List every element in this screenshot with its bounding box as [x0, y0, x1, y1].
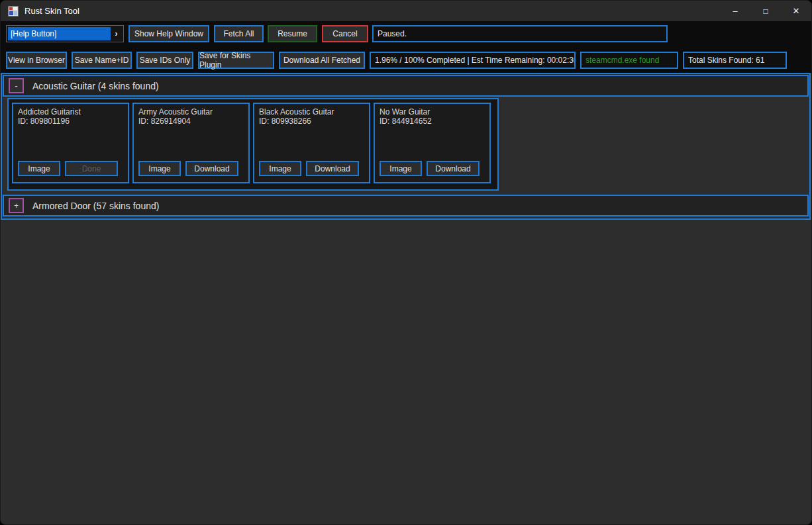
- section-title: Acoustic Guitar (4 skins found): [32, 81, 159, 91]
- skin-name: Black Acoustic Guitar: [259, 107, 364, 117]
- titlebar: Rust Skin Tool – □ ✕: [1, 1, 811, 21]
- skin-card: Addicted Guitarist ID: 809801196 Image D…: [12, 103, 129, 183]
- skins-panel-acoustic-guitar: Addicted Guitarist ID: 809801196 Image D…: [7, 98, 499, 191]
- help-combobox[interactable]: [Help Button] ›: [6, 25, 124, 42]
- expand-section-button[interactable]: +: [9, 198, 24, 213]
- fetch-all-button[interactable]: Fetch All: [214, 25, 264, 42]
- minimize-icon[interactable]: –: [720, 1, 750, 21]
- app-icon: [8, 6, 19, 17]
- total-skins-textbox[interactable]: Total Skins Found: 61: [683, 52, 787, 69]
- image-button[interactable]: Image: [138, 161, 181, 176]
- toolbar-strip: [Help Button] › Show Help Window Fetch A…: [1, 21, 811, 73]
- image-button[interactable]: Image: [18, 161, 60, 176]
- skin-id: ID: 809938266: [259, 117, 364, 126]
- section-header-acoustic-guitar: - Acoustic Guitar (4 skins found): [3, 75, 809, 97]
- maximize-icon[interactable]: □: [750, 1, 781, 21]
- skin-id: ID: 826914904: [138, 117, 244, 126]
- download-all-fetched-button[interactable]: Download All Fetched: [279, 52, 365, 69]
- skin-card-buttons: Image Download: [380, 161, 480, 176]
- done-button: Done: [65, 161, 118, 176]
- steamcmd-status-textbox[interactable]: steamcmd.exe found: [580, 52, 678, 69]
- download-button[interactable]: Download: [427, 161, 480, 176]
- image-button[interactable]: Image: [380, 161, 422, 176]
- download-button[interactable]: Download: [185, 161, 238, 176]
- skin-card: No War Guitar ID: 844914652 Image Downlo…: [374, 103, 491, 183]
- skin-id: ID: 844914652: [380, 117, 485, 126]
- view-in-browser-button[interactable]: View in Browser: [6, 52, 67, 69]
- skin-card-buttons: Image Done: [18, 161, 118, 176]
- resume-button[interactable]: Resume: [268, 25, 317, 42]
- section-title: Armored Door (57 skins found): [32, 201, 159, 211]
- save-name-id-button[interactable]: Save Name+ID: [72, 52, 132, 69]
- skin-card-buttons: Image Download: [259, 161, 359, 176]
- cancel-button[interactable]: Cancel: [322, 25, 368, 42]
- image-button[interactable]: Image: [259, 161, 301, 176]
- save-ids-only-button[interactable]: Save IDs Only: [136, 52, 193, 69]
- skin-card: Army Acoustic Guitar ID: 826914904 Image…: [132, 103, 250, 183]
- toolbar-row-2: View in Browser Save Name+ID Save IDs On…: [1, 52, 811, 69]
- progress-textbox[interactable]: 1.96% / 100% Completed | Est Time Remain…: [370, 52, 576, 69]
- window-controls: – □ ✕: [720, 1, 811, 21]
- skin-sections-container: - Acoustic Guitar (4 skins found) Addict…: [1, 73, 811, 220]
- window-title: Rust Skin Tool: [25, 6, 79, 16]
- close-icon[interactable]: ✕: [781, 1, 811, 21]
- status-textbox[interactable]: Paused.: [372, 25, 668, 42]
- skin-name: No War Guitar: [380, 107, 485, 117]
- show-help-window-button[interactable]: Show Help Window: [128, 25, 209, 42]
- combo-dropdown-arrow-icon[interactable]: ›: [111, 27, 122, 40]
- section-header-armored-door: + Armored Door (57 skins found): [3, 195, 809, 216]
- toolbar-row-1: [Help Button] › Show Help Window Fetch A…: [1, 25, 811, 43]
- app-window: Rust Skin Tool – □ ✕ [Help Button] › Sho…: [0, 0, 812, 525]
- download-button[interactable]: Download: [306, 161, 359, 176]
- collapse-section-button[interactable]: -: [9, 78, 24, 93]
- skin-card: Black Acoustic Guitar ID: 809938266 Imag…: [253, 103, 370, 183]
- skin-card-buttons: Image Download: [138, 161, 238, 176]
- skin-id: ID: 809801196: [18, 117, 123, 126]
- skin-name: Addicted Guitarist: [18, 107, 123, 117]
- save-skins-plugin-button[interactable]: Save for Skins Plugin: [198, 52, 274, 69]
- help-combobox-value[interactable]: [Help Button]: [8, 27, 111, 40]
- skin-name: Army Acoustic Guitar: [138, 107, 244, 117]
